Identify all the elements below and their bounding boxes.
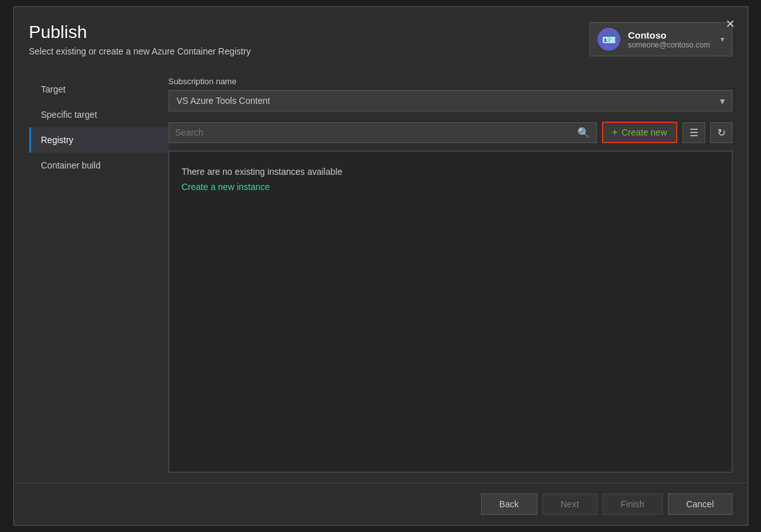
- next-button[interactable]: Next: [542, 493, 598, 515]
- search-icon: 🔍: [577, 127, 590, 139]
- refresh-icon: ↻: [717, 127, 726, 138]
- dialog-subtitle: Select existing or create a new Azure Co…: [29, 46, 251, 56]
- create-new-label: Create new: [622, 127, 667, 137]
- close-button[interactable]: ✕: [720, 15, 740, 34]
- sidebar-item-target[interactable]: Target: [29, 77, 169, 102]
- instances-list: There are no existing instances availabl…: [169, 151, 732, 472]
- subscription-dropdown-wrapper: VS Azure Tools Content: [169, 90, 732, 111]
- subscription-dropdown[interactable]: VS Azure Tools Content: [169, 90, 732, 111]
- account-icon: 🪪: [598, 28, 620, 51]
- dialog-header: Publish Select existing or create a new …: [14, 7, 748, 66]
- subscription-section: Subscription name VS Azure Tools Content: [169, 77, 732, 111]
- cancel-button[interactable]: Cancel: [668, 493, 732, 515]
- subscription-label: Subscription name: [169, 77, 732, 86]
- refresh-button[interactable]: ↻: [710, 122, 732, 143]
- search-input[interactable]: [176, 127, 572, 137]
- account-selector[interactable]: 🪪 Contoso someone@contoso.com ▾: [589, 22, 732, 56]
- account-name: Contoso: [628, 30, 710, 41]
- account-email: someone@contoso.com: [628, 41, 710, 49]
- sidebar-item-registry[interactable]: Registry: [29, 127, 169, 153]
- dialog-footer: Back Next Finish Cancel: [14, 483, 748, 525]
- plus-icon: +: [612, 127, 618, 138]
- sidebar: Target Specific target Registry Containe…: [29, 77, 169, 472]
- dialog-title: Publish: [29, 22, 251, 42]
- sidebar-item-specific-target[interactable]: Specific target: [29, 102, 169, 127]
- no-instances-message: There are no existing instances availabl…: [182, 167, 343, 177]
- search-box: 🔍: [169, 122, 597, 143]
- chevron-down-icon: ▾: [720, 35, 724, 44]
- publish-dialog: Publish Select existing or create a new …: [13, 6, 748, 526]
- title-area: Publish Select existing or create a new …: [29, 22, 251, 56]
- account-info: Contoso someone@contoso.com: [628, 30, 710, 49]
- back-button[interactable]: Back: [481, 493, 537, 515]
- create-new-instance-link[interactable]: Create a new instance: [182, 182, 270, 192]
- main-content: Subscription name VS Azure Tools Content…: [169, 77, 732, 472]
- create-new-button[interactable]: + Create new: [602, 122, 677, 143]
- sidebar-item-container-build[interactable]: Container build: [29, 153, 169, 178]
- finish-button[interactable]: Finish: [603, 493, 663, 515]
- dialog-body: Target Specific target Registry Containe…: [14, 66, 748, 483]
- toolbar-row: 🔍 + Create new ☰ ↻: [169, 122, 732, 143]
- sort-icon: ☰: [689, 127, 698, 138]
- sort-button[interactable]: ☰: [682, 122, 705, 143]
